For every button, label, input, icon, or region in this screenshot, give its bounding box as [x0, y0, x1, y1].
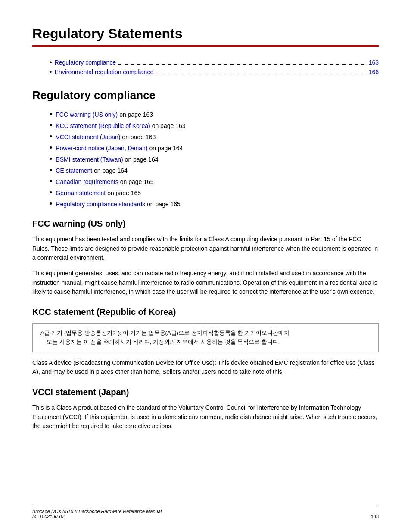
list-item-powercord: • Power-cord notice (Japan, Denan) on pa… — [50, 143, 379, 152]
link-kcc-suffix: on page 163 — [150, 122, 186, 129]
toc-item-environmental: • Environmental regulation compliance 16… — [50, 68, 379, 76]
link-vcci[interactable]: VCCI statement (Japan) — [56, 134, 120, 140]
link-powercord[interactable]: Power-cord notice (Japan, Denan) — [56, 145, 147, 152]
link-vcci-suffix: on page 163 — [120, 134, 156, 140]
link-ce-suffix: on page 164 — [92, 167, 128, 174]
footer-left: Brocade DCX 8510-8 Backbone Hardware Ref… — [32, 509, 162, 519]
link-fcc[interactable]: FCC warning (US only) — [56, 111, 118, 118]
toc-list: • Regulatory compliance 163 • Environmen… — [50, 59, 379, 76]
regulatory-links-list: • FCC warning (US only) on page 163 • KC… — [50, 110, 379, 208]
toc-dots — [118, 64, 367, 65]
link-kcc[interactable]: KCC statement (Republic of Korea) — [56, 122, 150, 129]
list-item-vcci: • VCCI statement (Japan) on page 163 — [50, 132, 379, 141]
kcc-box-text: A급 기기 (업무용 방송통신기기): 이 기기는 업무용(A급)으로 전자파적… — [40, 330, 290, 345]
list-item-german: • German statement on page 165 — [50, 188, 379, 197]
list-item-fcc: • FCC warning (US only) on page 163 — [50, 110, 379, 119]
regulatory-compliance-title: Regulatory compliance — [32, 89, 379, 102]
link-german-suffix: on page 165 — [106, 190, 141, 196]
link-bsmi-suffix: on page 164 — [123, 156, 159, 163]
toc-page-regulatory: 163 — [369, 59, 379, 66]
page-container: Regulatory Statements • Regulatory compl… — [0, 0, 411, 532]
toc-link-regulatory[interactable]: Regulatory compliance — [55, 59, 116, 66]
fcc-section-title: FCC warning (US only) — [32, 219, 379, 229]
link-german[interactable]: German statement — [56, 190, 106, 196]
kcc-box: A급 기기 (업무용 방송통신기기): 이 기기는 업무용(A급)으로 전자파적… — [32, 323, 379, 352]
title-rule — [32, 45, 379, 47]
page-title: Regulatory Statements — [32, 26, 379, 42]
vcci-section-title: VCCI statement (Japan) — [32, 387, 379, 397]
fcc-paragraph-2: This equipment generates, uses, and can … — [32, 269, 379, 297]
toc-link-environmental[interactable]: Environmental regulation compliance — [55, 68, 154, 75]
link-bsmi[interactable]: BSMI statement (Taiwan) — [56, 156, 123, 163]
list-item-canadian: • Canadian requirements on page 165 — [50, 177, 379, 186]
link-powercord-suffix: on page 164 — [148, 145, 183, 152]
list-item-reg-standards: • Regulatory compliance standards on pag… — [50, 199, 379, 208]
footer-doc-number: 53-1002180-07 — [32, 514, 65, 519]
link-canadian[interactable]: Canadian requirements — [56, 178, 118, 185]
link-ce[interactable]: CE statement — [56, 167, 92, 174]
toc-page-environmental: 166 — [369, 68, 379, 75]
toc-bullet: • — [50, 59, 52, 66]
toc-dots-2 — [155, 74, 367, 74]
fcc-paragraph-1: This equipment has been tested and compl… — [32, 235, 379, 263]
list-item-bsmi: • BSMI statement (Taiwan) on page 164 — [50, 155, 379, 164]
footer-page-number: 163 — [371, 514, 379, 519]
kcc-body-text: Class A device (Broadcasting Communicati… — [32, 358, 379, 377]
toc-bullet-2: • — [50, 68, 52, 76]
footer-manual-title: Brocade DCX 8510-8 Backbone Hardware Ref… — [32, 509, 162, 514]
link-canadian-suffix: on page 165 — [118, 178, 154, 185]
list-item-ce: • CE statement on page 164 — [50, 166, 379, 175]
link-reg-standards-suffix: on page 165 — [145, 201, 181, 208]
kcc-section-title: KCC statement (Republic of Korea) — [32, 307, 379, 317]
link-fcc-suffix: on page 163 — [118, 111, 153, 118]
link-reg-standards[interactable]: Regulatory compliance standards — [56, 201, 145, 208]
page-footer: Brocade DCX 8510-8 Backbone Hardware Ref… — [32, 506, 379, 519]
vcci-body-text: This is a Class A product based on the s… — [32, 403, 379, 431]
toc-item-regulatory: • Regulatory compliance 163 — [50, 59, 379, 66]
list-item-kcc: • KCC statement (Republic of Korea) on p… — [50, 121, 379, 130]
